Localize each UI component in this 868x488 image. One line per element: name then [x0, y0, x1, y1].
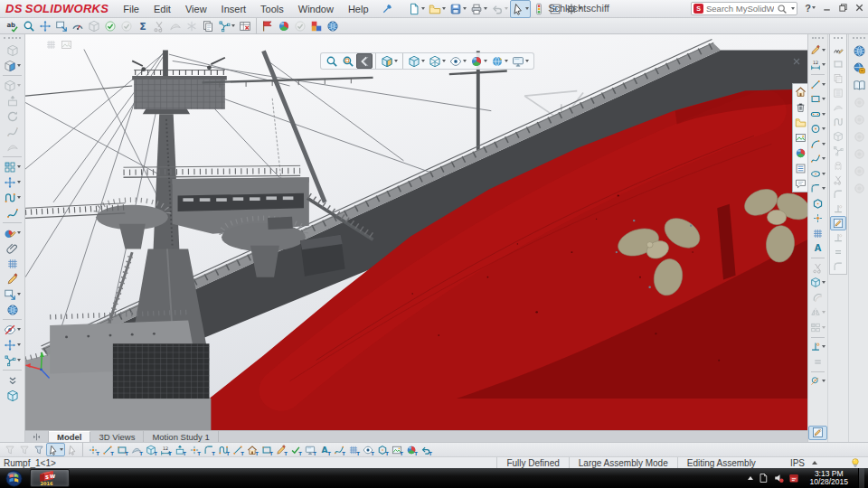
search-dropdown-caret[interactable] [791, 7, 795, 10]
menu-edit[interactable]: Edit [146, 4, 178, 14]
belt-chain[interactable] [0, 205, 24, 221]
equations[interactable]: Σ [135, 18, 151, 33]
dropdown-caret[interactable] [17, 293, 21, 296]
component-preview-window[interactable] [0, 388, 24, 403]
select-bottom[interactable] [46, 443, 65, 456]
tray-speaker-icon[interactable] [773, 473, 784, 483]
graphics-viewport[interactable]: X [25, 34, 807, 430]
insert-components[interactable] [0, 78, 24, 93]
extra-tab[interactable] [849, 180, 868, 197]
dropdown-caret[interactable] [442, 60, 446, 62]
perpendicular-relation[interactable] [830, 202, 846, 216]
revolved-boss[interactable] [0, 108, 24, 124]
ellipse-tool[interactable] [808, 166, 827, 182]
menu-file[interactable]: File [116, 4, 146, 14]
linear-component-pattern[interactable] [0, 159, 24, 174]
toolbar-drag-handle[interactable] [834, 37, 843, 41]
dropdown-caret[interactable] [17, 359, 21, 361]
text-tool[interactable]: A [808, 241, 827, 257]
copy-settings-wizard[interactable] [200, 18, 216, 33]
custom-properties-tab[interactable] [849, 128, 868, 145]
view-palette-tab[interactable] [849, 94, 868, 111]
dropdown-caret[interactable] [421, 7, 425, 10]
freeze-bar[interactable] [184, 18, 200, 33]
dropdown-caret[interactable] [822, 63, 826, 66]
quick-tool-appearance[interactable]: T [404, 443, 419, 456]
mirror-entities[interactable] [808, 305, 827, 321]
dropdown-caret[interactable] [822, 157, 826, 160]
ghost-tool[interactable] [830, 158, 846, 173]
quick-tool-home[interactable]: T [245, 443, 259, 456]
dropdown-caret[interactable] [421, 60, 425, 62]
view-settings[interactable] [510, 53, 531, 69]
help-button[interactable]: ? [803, 1, 817, 14]
quick-tool-screen[interactable]: T [303, 443, 317, 456]
tab-splitter-icon[interactable] [25, 431, 49, 442]
preview-window[interactable] [0, 286, 24, 302]
photoview-preview[interactable] [259, 18, 276, 33]
line-tool[interactable] [808, 77, 827, 92]
measure[interactable] [70, 18, 86, 33]
save[interactable] [448, 0, 468, 18]
tray-expand-icon[interactable] [748, 476, 753, 480]
view-tool-snapshot[interactable] [59, 38, 74, 52]
apply-scene[interactable] [489, 53, 510, 69]
menu-insert[interactable]: Insert [214, 4, 254, 14]
edit-sketch[interactable] [0, 271, 24, 286]
search-box[interactable]: S [691, 2, 797, 15]
delete-face[interactable] [237, 18, 253, 33]
view-orientation[interactable] [406, 53, 427, 69]
dropdown-caret[interactable] [394, 60, 398, 62]
swept-boss[interactable] [0, 124, 24, 139]
section-view[interactable] [379, 53, 400, 69]
design-checker[interactable] [21, 18, 37, 33]
verification[interactable] [292, 18, 308, 33]
spline-tool[interactable] [808, 152, 827, 167]
dropdown-caret[interactable] [17, 64, 21, 67]
interference-detection[interactable] [86, 18, 102, 33]
dropdown-caret[interactable] [442, 7, 446, 10]
menu-window[interactable]: Window [291, 4, 341, 14]
straight-slot[interactable] [808, 107, 827, 122]
smart-dimension[interactable]: 12 [808, 58, 827, 73]
pin-menu-icon[interactable] [382, 3, 393, 14]
polygon-tool[interactable] [808, 196, 827, 211]
menu-view[interactable]: View [178, 4, 214, 14]
minimize-button[interactable] [819, 1, 834, 14]
tip-of-the-day-icon[interactable] [826, 457, 868, 468]
sketch-picture[interactable] [830, 216, 846, 230]
style-spline[interactable] [830, 42, 846, 57]
forum-tab[interactable] [849, 163, 868, 180]
fillet-tool[interactable] [830, 187, 846, 202]
edit-appearance[interactable] [0, 225, 24, 240]
circle-tool[interactable] [808, 122, 827, 137]
viewport-close-icon[interactable] [789, 54, 804, 69]
quick-tool-box[interactable]: T [259, 443, 274, 456]
quick-tool-solid[interactable]: T [144, 443, 158, 456]
rapid-sketch[interactable] [830, 57, 846, 71]
dropdown-caret[interactable] [17, 231, 21, 234]
solidworks-resources-home[interactable] [793, 84, 807, 99]
restore-button[interactable] [835, 1, 850, 14]
exit-sketch[interactable] [808, 426, 827, 441]
lasso-select[interactable] [65, 443, 80, 456]
dropdown-caret[interactable] [822, 345, 826, 348]
dropdown-caret[interactable] [231, 24, 235, 27]
quick-tool-image[interactable]: T [390, 443, 404, 456]
solid-tool[interactable] [830, 129, 846, 144]
more-tools[interactable] [0, 372, 24, 388]
toolbar-drag-handle[interactable] [812, 37, 824, 41]
offset-entities[interactable] [808, 290, 827, 305]
move-component-2[interactable] [0, 337, 24, 352]
quick-tool-spline[interactable]: T [332, 443, 346, 456]
filter-faces[interactable] [32, 443, 46, 456]
search-icon[interactable] [777, 4, 788, 14]
appearances-palette[interactable] [793, 145, 807, 161]
edit-component[interactable] [0, 58, 24, 73]
solidworks-web-help[interactable] [325, 18, 341, 33]
dropdown-caret[interactable] [60, 448, 63, 451]
hide-show-components[interactable] [0, 322, 24, 337]
dropdown-caret[interactable] [822, 83, 826, 86]
zoom-to-fit[interactable] [324, 53, 340, 69]
tray-calendar-icon[interactable] [788, 473, 799, 483]
